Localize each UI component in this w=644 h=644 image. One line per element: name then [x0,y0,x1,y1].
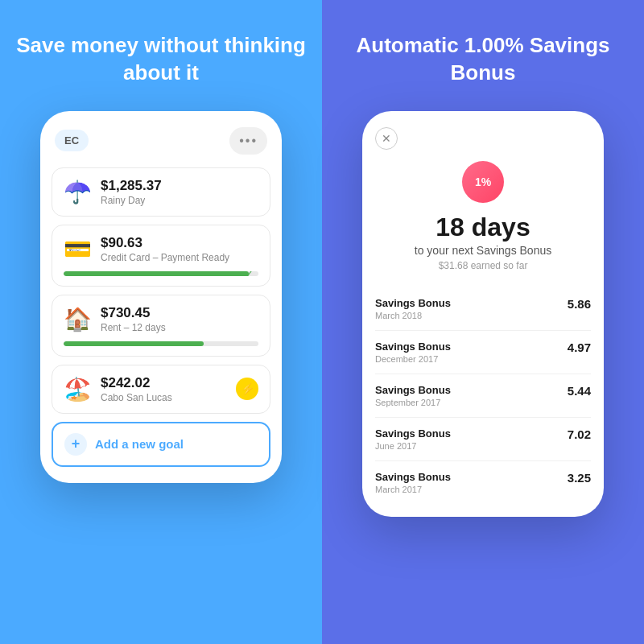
left-title: Save money without thinking about it [16,32,306,87]
savings-item-name: Savings Bonus [375,341,451,353]
goal-info: $1,285.37 Rainy Day [101,178,258,206]
bonus-header: 1% 18 days to your next Savings Bonus $3… [375,161,591,271]
goal-badge: ⚡ [236,378,258,400]
savings-item-date: September 2017 [375,398,451,407]
goal-emoji: 🏠 [64,306,93,332]
close-button[interactable]: ✕ [375,127,398,150]
goal-row: 🏠 $730.45 Rent – 12 days [64,305,258,333]
savings-item-name: Savings Bonus [375,471,451,483]
goal-cards-container: ☂️ $1,285.37 Rainy Day 💳 $90.63 Credit C… [52,167,270,414]
days-count: 18 days [436,213,530,242]
goal-amount: $730.45 [101,305,258,321]
savings-item-name: Savings Bonus [375,427,451,440]
savings-item-amount: 7.02 [568,427,591,441]
goal-info: $90.63 Credit Card – Payment Ready [101,235,258,263]
days-label: to your next Savings Bonus [415,244,551,257]
phone-mockup-right: ✕ 1% 18 days to your next Savings Bonus … [362,111,604,517]
savings-item-amount: 5.86 [568,297,591,311]
goal-emoji: 💳 [64,236,93,262]
goal-card[interactable]: 🏠 $730.45 Rent – 12 days [52,295,270,357]
left-panel: Save money without thinking about it EC … [0,0,322,644]
add-goal-button[interactable]: + Add a new goal [52,422,270,467]
goal-row: ☂️ $1,285.37 Rainy Day [64,178,258,206]
goal-amount: $242.02 [101,375,228,391]
goal-label: Rent – 12 days [101,322,258,333]
add-goal-plus-icon: + [64,433,87,456]
savings-item-name: Savings Bonus [375,297,451,309]
savings-item-date: June 2017 [375,441,451,451]
phone-mockup-left: EC ••• ☂️ $1,285.37 Rainy Day 💳 $90.63 C… [40,111,282,483]
savings-item-date: March 2017 [375,485,451,494]
phone-header: EC ••• [52,127,270,155]
goal-amount: $90.63 [101,235,258,251]
goal-card[interactable]: ☂️ $1,285.37 Rainy Day [52,167,270,217]
savings-item-amount: 5.44 [568,384,591,398]
savings-item-date: December 2017 [375,354,451,364]
goal-amount: $1,285.37 [101,178,258,194]
savings-item-left: Savings Bonus March 2018 [375,297,451,320]
savings-item-left: Savings Bonus March 2017 [375,471,451,494]
goal-info: $242.02 Cabo San Lucas [101,375,228,403]
savings-list: Savings Bonus March 2018 5.86 Savings Bo… [375,287,591,504]
goal-row: 💳 $90.63 Credit Card – Payment Ready [64,235,258,263]
goal-card[interactable]: 🏖️ $242.02 Cabo San Lucas ⚡ [52,365,270,414]
goal-row: 🏖️ $242.02 Cabo San Lucas ⚡ [64,375,258,403]
savings-item: Savings Bonus March 2018 5.86 [375,287,591,331]
savings-item: Savings Bonus June 2017 7.02 [375,418,591,461]
savings-item-left: Savings Bonus June 2017 [375,427,451,451]
progress-bar: ✓ [64,271,258,276]
savings-item-left: Savings Bonus December 2017 [375,341,451,364]
avatar: EC [55,130,89,151]
goal-label: Rainy Day [101,195,258,206]
goal-emoji: ☂️ [64,179,93,205]
savings-item: Savings Bonus September 2017 5.44 [375,374,591,418]
right-title: Automatic 1.00% Savings Bonus [338,32,628,87]
savings-item-date: March 2018 [375,311,451,320]
savings-item: Savings Bonus December 2017 4.97 [375,331,591,374]
savings-item-left: Savings Bonus September 2017 [375,384,451,407]
savings-item-name: Savings Bonus [375,384,451,396]
savings-item-amount: 3.25 [568,471,591,485]
earned-label: $31.68 earned so far [439,260,528,271]
menu-dots-icon[interactable]: ••• [229,127,267,155]
percent-badge: 1% [462,161,504,203]
goal-emoji: 🏖️ [64,376,93,402]
right-panel: Automatic 1.00% Savings Bonus ✕ 1% 18 da… [322,0,644,644]
add-goal-label: Add a new goal [95,437,184,451]
goal-label: Credit Card – Payment Ready [101,252,258,263]
goal-card[interactable]: 💳 $90.63 Credit Card – Payment Ready ✓ [52,225,270,287]
goal-info: $730.45 Rent – 12 days [101,305,258,333]
savings-item-amount: 4.97 [568,341,591,354]
progress-bar [64,341,258,346]
goal-label: Cabo San Lucas [101,392,228,403]
savings-item: Savings Bonus March 2017 3.25 [375,461,591,504]
